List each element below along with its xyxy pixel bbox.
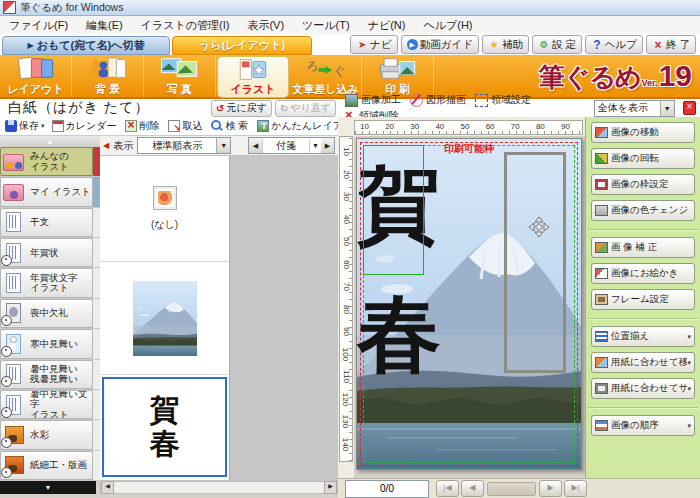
tool-background[interactable]: 背 景 (72, 55, 144, 97)
image-tool-button[interactable]: 用紙に合わせて移動▾ (591, 352, 695, 373)
rpi-move (595, 127, 608, 138)
chevron-down-icon[interactable]: ▼ (310, 142, 321, 149)
image-tool-button[interactable]: 位置揃え▾ (591, 326, 695, 347)
tool-photo[interactable]: 写 真 (144, 55, 216, 97)
cd-badge-icon (1, 255, 12, 266)
scroll-left-icon[interactable]: ◀ (101, 481, 114, 494)
list-item-photo[interactable] (100, 262, 229, 375)
svg-text:ぐ: ぐ (333, 64, 345, 78)
sidebar-item[interactable]: 年賀状文字イラスト (0, 268, 100, 298)
illust-icon (231, 58, 275, 81)
cd-badge-icon (1, 407, 12, 418)
tool-illust[interactable]: イラスト (217, 56, 289, 98)
tool-layout[interactable]: レイアウト (0, 55, 72, 97)
quick-button[interactable]: ?ヘルプ (585, 35, 643, 54)
sidebar-item[interactable]: 喪中欠礼 (0, 299, 100, 329)
window-title: 筆ぐるめ for Windows (20, 1, 123, 15)
last-page-button[interactable]: ▶| (564, 480, 587, 497)
image-tool-button[interactable]: 画像の順序▾ (591, 415, 695, 436)
image-tool-button[interactable]: 画像の色チェンジ (591, 200, 695, 221)
sidebar-item[interactable]: 暑中見舞い文字イラスト (0, 390, 100, 420)
video-guide-icon: ▶ (407, 39, 418, 50)
menu-item[interactable]: ヘルプ(H) (414, 16, 481, 35)
spinner-left-icon[interactable]: ◀ (249, 138, 262, 153)
cd-badge-icon (1, 437, 12, 448)
first-page-button[interactable]: |◀ (436, 480, 459, 497)
menu-item[interactable]: ツール(T) (293, 16, 359, 35)
tool-print[interactable]: 印 刷 (362, 55, 434, 97)
edit-toolbar-button[interactable]: 削除 (125, 119, 161, 133)
quick-button[interactable]: ★補助 (482, 35, 529, 54)
empty-image-frame[interactable] (504, 152, 566, 373)
image-tool-button[interactable]: 画像の枠設定 (591, 174, 695, 195)
sidebar-item[interactable]: 年賀状 (0, 238, 100, 268)
image-tool-button[interactable]: 画 像 補 正 (591, 237, 695, 258)
edit-toolbar-button[interactable]: カレンダー (52, 119, 119, 133)
category-color-strip (93, 299, 100, 328)
menu-item[interactable]: ファイル(F) (0, 16, 77, 35)
tool-text-merge[interactable]: ろ ぐ 文章差し込み (290, 55, 362, 97)
chevron-down-icon[interactable]: ▼ (660, 101, 674, 116)
sidebar-item[interactable]: 水彩 (0, 420, 100, 450)
sidebar-item[interactable]: 紙細工・版画 (0, 451, 100, 481)
image-tool-button[interactable]: 画像にお絵かき (591, 263, 695, 284)
selected-region-box[interactable] (363, 145, 424, 275)
tab-switch-front[interactable]: ▶ おもて(宛て名)へ切替 (2, 36, 170, 55)
status-bar: |◀ ◀ ▶ ▶| (338, 478, 700, 498)
sidebar-scroll-down[interactable]: ▼ (0, 481, 96, 494)
sidebar-item[interactable]: マイ イラスト (0, 177, 100, 207)
fudegurume-window: 筆ぐるめ for Windows ファイル(F)編集(E)イラストの管理(I)表… (0, 0, 700, 498)
document-header: 白紙（はがき たて） ↺ 元に戻す ↻ やり直す (0, 99, 340, 117)
edit-toolbar-button[interactable]: 取込 (168, 119, 204, 133)
next-page-button[interactable]: ▶ (539, 480, 562, 497)
edit-toolbar-button[interactable]: 検 索 (211, 119, 250, 133)
undo-button[interactable]: ↺ 元に戻す (211, 100, 272, 117)
exit-icon: × (652, 38, 664, 52)
image-tool-button[interactable]: フレーム設定 (591, 289, 695, 310)
postcard-page: 賀春 印刷可能枠 (356, 138, 582, 470)
quick-button[interactable]: ▶動画ガイド (401, 35, 479, 54)
category-color-strip (93, 208, 100, 237)
category-icon (3, 394, 27, 416)
tab-back-label: うら(レイアウト) (199, 38, 285, 53)
list-horizontal-scrollbar[interactable]: ◀ ▶ (100, 481, 338, 494)
cd-badge-icon (1, 315, 12, 326)
quick-button[interactable]: ×終 了 (646, 35, 696, 54)
redo-button[interactable]: ↻ やり直す (275, 100, 336, 117)
image-tool-button[interactable]: 画像の回転 (591, 148, 695, 169)
image-tool-button[interactable]: 画像の移動 (591, 122, 695, 143)
close-icon[interactable]: × (683, 101, 696, 115)
prev-page-button[interactable]: ◀ (461, 480, 484, 497)
rpi-frame (595, 179, 608, 190)
move-cursor-icon[interactable] (529, 217, 549, 237)
list-item-none[interactable]: (なし) (100, 156, 229, 262)
rpi-rotate (595, 153, 608, 164)
tab-back-layout[interactable]: うら(レイアウト) (172, 36, 312, 55)
menu-item[interactable]: ナビ(N) (359, 16, 415, 35)
chevron-down-icon[interactable]: ▼ (216, 138, 230, 153)
import-icon (168, 120, 180, 132)
image-tool-button[interactable]: 用紙に合わせてサイズ変更▾ (591, 378, 695, 399)
quick-button[interactable]: ➤ナビ (350, 35, 398, 54)
sort-order-select[interactable]: 標準順表示 ▼ (137, 137, 231, 154)
menu-item[interactable]: 編集(E) (77, 16, 132, 35)
sidebar-scroll-up[interactable]: ▲ (0, 136, 100, 147)
page-counter-input[interactable] (345, 480, 429, 498)
edit-toolbar-button[interactable]: 保存▾ (5, 119, 45, 133)
canvas-toolbar-button[interactable]: 領域設定 (475, 93, 531, 107)
sidebar-item[interactable]: 寒中見舞い (0, 329, 100, 359)
canvas-toolbar-button[interactable]: 画像加工 (345, 93, 401, 107)
canvas-toolbar-button[interactable]: 図形描画 (410, 93, 466, 107)
list-item-calligraphy[interactable]: 賀春 (100, 375, 229, 479)
zoom-view-select[interactable]: 全体を表示 ▼ (594, 100, 675, 117)
menu-item[interactable]: 表示(V) (238, 16, 293, 35)
quick-button[interactable]: ⚙設 定 (532, 35, 582, 54)
sidebar-item[interactable]: 暑中見舞い残暑見舞い (0, 360, 100, 390)
spinner-right-icon[interactable]: ▶ (321, 138, 334, 153)
collapse-panel-arrow-icon[interactable]: ◀ (103, 141, 109, 150)
category-icon (3, 242, 27, 264)
sidebar-item[interactable]: みんなのイラスト (0, 147, 100, 177)
menu-item[interactable]: イラストの管理(I) (132, 16, 239, 35)
scroll-right-icon[interactable]: ▶ (324, 481, 337, 494)
sidebar-item[interactable]: 干支 (0, 208, 100, 238)
